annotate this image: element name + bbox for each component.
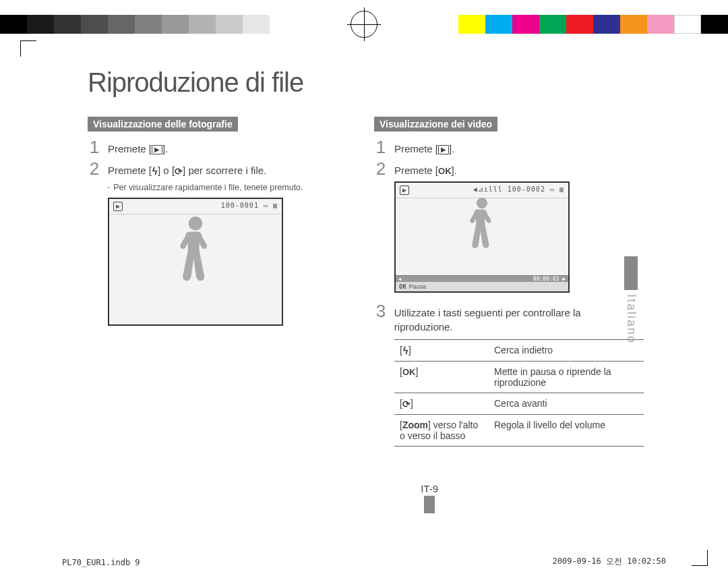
color-swatch — [81, 15, 108, 34]
control-key: [OK] — [394, 362, 489, 393]
crop-mark-icon — [692, 550, 708, 566]
video-progress-bar: 00:00:03 ▶ — [396, 275, 568, 282]
step-row: 2 Premete [ϟ] o [⟳] per scorrere i file. — [88, 160, 354, 179]
table-row: [⟳]Cerca avanti — [394, 393, 644, 415]
table-row: [Zoom] verso l'alto o verso il bassoRego… — [394, 415, 644, 447]
play-icon: ▶ — [400, 185, 409, 195]
color-swatch — [243, 15, 270, 34]
color-swatch — [135, 15, 162, 34]
color-swatch — [485, 15, 512, 34]
frame-counter: 100-0001 ▭ ▥ — [221, 202, 278, 211]
color-swatch — [162, 15, 189, 34]
color-swatch — [701, 15, 728, 34]
camera-preview-video: ▶ ◀⊿ılll 100-0002 ▭ ▥ 00:00:03 ▶ OKPausa — [394, 181, 570, 293]
color-swatch — [54, 15, 81, 34]
step-row: 1 Premete [▶]. — [88, 138, 354, 156]
page-number: IT-9 — [421, 483, 438, 513]
play-icon: ▶ — [438, 145, 449, 154]
video-timecode: 00:00:03 — [533, 276, 559, 282]
step-text: Utilizzate i tasti seguenti per controll… — [394, 302, 640, 334]
color-swatch — [566, 15, 593, 34]
control-key: [ϟ] — [394, 340, 489, 362]
step-row: 3 Utilizzate i tasti seguenti per contro… — [374, 302, 640, 334]
section-header-video: Visualizzazione dei video — [374, 117, 497, 132]
color-swatch — [647, 15, 674, 34]
color-swatch — [27, 15, 54, 34]
printer-colorbar — [0, 15, 728, 34]
language-tab: Italiano — [621, 256, 640, 344]
crop-mark-icon — [20, 40, 36, 57]
step-text: ]. — [162, 143, 168, 154]
video-caption-bar: OKPausa — [396, 282, 568, 291]
control-description: Cerca indietro — [489, 340, 644, 362]
color-swatch — [620, 15, 647, 34]
step-number: 3 — [374, 302, 388, 320]
frame-status: ◀⊿ılll 100-0002 ▭ ▥ — [473, 185, 564, 195]
page-title: Riproduzione di file — [88, 67, 640, 98]
color-swatch — [189, 15, 216, 34]
color-swatch — [674, 15, 701, 34]
caption-text: Pausa — [409, 283, 427, 290]
step-text: ] o [ — [158, 165, 175, 176]
color-swatch — [0, 15, 27, 34]
ok-icon: OK — [438, 165, 452, 177]
control-description: Regola il livello del volume — [489, 415, 644, 447]
step-text: Premete [ — [394, 143, 438, 154]
step-number: 1 — [374, 138, 388, 156]
step-text: Premete [ — [108, 143, 152, 154]
table-row: [OK]Mette in pausa o riprende la riprodu… — [394, 362, 644, 393]
timer-icon: ⟳ — [402, 399, 411, 409]
flash-icon: ϟ — [152, 165, 158, 179]
zoom-label: Zoom — [402, 420, 428, 430]
step-row: 2 Premete [OK]. — [374, 160, 640, 177]
camera-preview-photo: ▶ 100-0001 ▭ ▥ — [108, 198, 283, 326]
timer-icon: ⟳ — [175, 165, 183, 179]
step-text: ] per scorrere i file. — [183, 165, 266, 176]
ok-icon: OK — [399, 283, 406, 290]
step-number: 2 — [88, 160, 101, 177]
color-swatch — [216, 15, 243, 34]
footer-timestamp: 2009-09-16 오전 10:02:50 — [553, 556, 667, 567]
table-row: [ϟ]Cerca indietro — [394, 340, 644, 362]
language-label: Italiano — [624, 294, 638, 344]
color-swatch — [593, 15, 620, 34]
control-key: [Zoom] verso l'alto o verso il basso — [394, 415, 489, 447]
step-text: Premete [ — [394, 165, 438, 176]
control-key: [⟳] — [394, 393, 489, 415]
step-text: ]. — [449, 143, 454, 154]
step-number: 2 — [374, 160, 388, 177]
silhouette-icon — [467, 198, 497, 257]
play-icon: ▶ — [152, 145, 162, 154]
footer-filename: PL70_EUR1.indb 9 — [62, 558, 140, 567]
flash-icon: ϟ — [402, 345, 408, 356]
step-number: 1 — [88, 138, 101, 156]
registration-mark-icon — [351, 11, 377, 38]
step-row: 1 Premete [▶]. — [374, 138, 640, 156]
color-swatch — [512, 15, 539, 34]
play-icon: ▶ — [113, 202, 123, 211]
ok-icon: OK — [402, 367, 416, 377]
color-swatch — [539, 15, 566, 34]
silhouette-icon — [177, 217, 214, 292]
control-description: Cerca avanti — [489, 393, 644, 415]
step-text: ]. — [452, 165, 457, 176]
step-note: Per visualizzare rapidamente i file, ten… — [108, 183, 354, 192]
color-swatch — [108, 15, 135, 34]
control-description: Mette in pausa o riprende la riproduzion… — [489, 362, 644, 393]
step-text: Premete [ — [108, 165, 152, 176]
section-header-photos: Visualizzazione delle fotografie — [88, 117, 238, 132]
video-controls-table: [ϟ]Cerca indietro[OK]Mette in pausa o ri… — [394, 339, 644, 447]
color-swatch — [458, 15, 485, 34]
